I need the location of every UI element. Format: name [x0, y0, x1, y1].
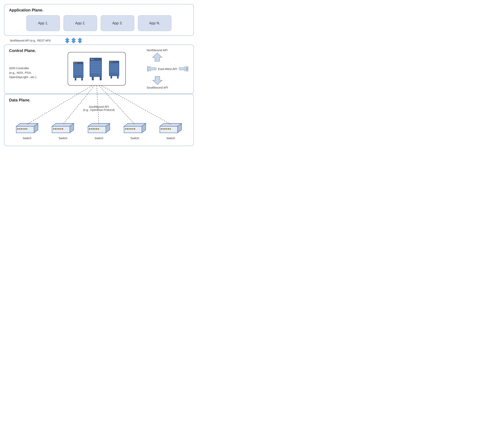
data-plane: Data Plane. Southbound API (e.g., OpenFl…: [4, 94, 194, 146]
api-labels-right: Northbound API East-West API: [141, 48, 189, 89]
app-box-4: App N.: [138, 15, 171, 31]
app-box-1: App 1.: [26, 15, 60, 31]
svg-rect-14: [74, 73, 83, 73]
svg-point-30: [91, 59, 92, 60]
server-icon-3: [108, 60, 121, 80]
svg-point-99: [170, 128, 171, 130]
svg-point-80: [96, 128, 97, 130]
northbound-api-row: Northbound API (e.g., REST API): [4, 36, 194, 45]
switch-label-2: Switch: [59, 136, 67, 140]
svg-point-98: [168, 128, 169, 130]
svg-rect-23: [91, 63, 101, 64]
app-boxes-row: App 1.App 2.App 3.App N.: [9, 15, 189, 31]
svg-marker-54: [153, 76, 162, 85]
nb-arrow-1: [65, 37, 70, 44]
switch-svg-3: [86, 121, 112, 135]
svg-point-59: [19, 128, 20, 130]
switch-item-1: Switch: [14, 121, 40, 140]
data-plane-inner: Southbound API (e.g., OpenFlow Protocol): [9, 105, 189, 140]
svg-point-61: [22, 128, 24, 130]
svg-marker-1: [65, 40, 69, 43]
svg-rect-18: [75, 78, 76, 80]
svg-point-85: [125, 128, 126, 130]
svg-point-89: [132, 128, 133, 130]
svg-rect-25: [91, 66, 101, 67]
svg-rect-28: [91, 70, 101, 71]
svg-point-16: [74, 62, 75, 64]
svg-marker-5: [78, 40, 82, 43]
northbound-api-label: Northbound API (e.g., REST API): [10, 39, 51, 42]
southbound-api-label: Southbound API (e.g., OpenFlow Protocol): [9, 105, 189, 112]
svg-marker-74: [88, 126, 106, 133]
svg-point-97: [166, 128, 167, 130]
svg-rect-37: [110, 65, 118, 65]
server-icon-2: [89, 56, 105, 82]
app-plane-title: Application Plane.: [9, 8, 189, 13]
svg-point-90: [134, 128, 135, 130]
switch-label-4: Switch: [130, 136, 139, 140]
northbound-arrow-up: [152, 53, 162, 62]
svg-point-95: [163, 128, 164, 130]
svg-point-79: [94, 128, 96, 130]
controller-box: [68, 52, 126, 86]
svg-rect-33: [100, 77, 102, 80]
svg-point-70: [58, 128, 60, 130]
server-icon-1: [72, 60, 85, 82]
northbound-api-right: Northbound API: [147, 48, 168, 62]
control-plane: Control Plane. SDN Controller (e.g., NOX…: [4, 45, 194, 94]
southbound-api-right: Southbound API: [147, 76, 168, 89]
ew-arrow-left: [147, 65, 157, 72]
svg-point-63: [26, 128, 27, 130]
svg-rect-19: [81, 78, 83, 80]
svg-rect-41: [110, 70, 118, 71]
switch-label-3: Switch: [95, 136, 103, 140]
switch-svg-4: [122, 121, 148, 135]
svg-point-78: [92, 128, 94, 130]
nb-arrow-2: [71, 37, 76, 44]
svg-rect-40: [110, 69, 118, 70]
controller-box-wrapper: [53, 52, 141, 86]
svg-rect-42: [110, 72, 118, 72]
svg-point-86: [127, 128, 128, 130]
switch-item-2: Switch: [50, 121, 76, 140]
switch-item-3: Switch: [86, 121, 112, 140]
switch-label-1: Switch: [23, 136, 32, 140]
svg-rect-45: [111, 76, 112, 79]
svg-rect-8: [74, 64, 83, 65]
control-plane-title: Control Plane.: [9, 48, 36, 53]
switch-item-5: Switch: [158, 121, 183, 140]
svg-marker-65: [52, 126, 70, 133]
svg-rect-24: [91, 64, 101, 65]
svg-rect-26: [91, 67, 101, 68]
northbound-api-right-label: Northbound API: [147, 48, 168, 52]
southbound-arrow-down: [152, 76, 163, 85]
switch-item-4: Switch: [122, 121, 148, 140]
svg-point-81: [98, 128, 99, 130]
svg-point-72: [62, 128, 63, 130]
northbound-arrows: [65, 37, 83, 44]
svg-point-43: [110, 62, 111, 63]
switch-svg-5: [158, 121, 183, 135]
svg-rect-32: [92, 77, 94, 80]
svg-point-69: [57, 128, 58, 130]
svg-rect-11: [74, 68, 83, 69]
svg-rect-9: [74, 66, 83, 66]
svg-point-87: [128, 128, 130, 130]
svg-point-96: [164, 128, 166, 130]
svg-point-67: [53, 128, 54, 130]
svg-marker-56: [16, 126, 34, 133]
svg-rect-22: [91, 61, 101, 62]
svg-marker-47: [152, 53, 162, 61]
svg-rect-39: [110, 67, 118, 68]
svg-rect-15: [74, 74, 83, 75]
application-plane: Application Plane. App 1.App 2.App 3.App…: [4, 4, 194, 36]
svg-point-68: [55, 128, 56, 130]
svg-point-58: [17, 128, 18, 130]
svg-point-71: [60, 128, 62, 130]
svg-point-94: [161, 128, 162, 130]
east-west-api-row: East-West API: [147, 65, 189, 72]
svg-rect-38: [110, 66, 118, 67]
svg-rect-36: [110, 63, 118, 64]
svg-marker-83: [124, 126, 142, 133]
svg-point-62: [24, 128, 26, 130]
